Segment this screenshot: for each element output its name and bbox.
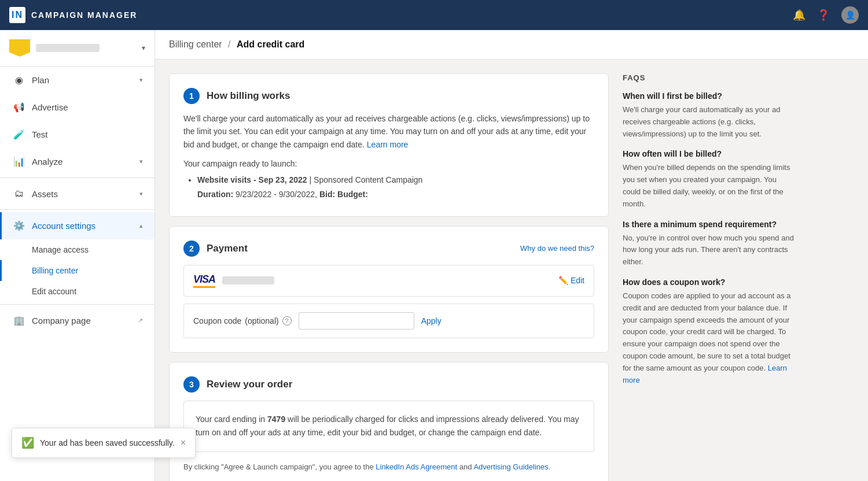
card-row: VISA ✏️ Edit xyxy=(183,265,594,297)
sidebar-item-label: Analyze xyxy=(32,157,62,166)
step1-title: 1 How billing works xyxy=(183,88,594,104)
bid-label: Bid: xyxy=(319,190,335,199)
app-header: in CAMPAIGN MANAGER 🔔 ❓ 👤 xyxy=(0,0,868,30)
faq-answer: When you're billed depends on the spendi… xyxy=(623,162,796,210)
campaign-list: Website visits - Sep 23, 2022 | Sponsore… xyxy=(183,173,594,202)
sidebar-item-plan[interactable]: ◉ Plan ▾ xyxy=(0,66,155,94)
sidebar-item-label: Plan xyxy=(32,75,49,85)
campaign-separator: | xyxy=(310,175,314,184)
sidebar-item-advertise[interactable]: 📢 Advertise xyxy=(0,94,155,121)
edit-card-button[interactable]: ✏️ Edit xyxy=(558,276,584,285)
analyze-chevron-icon: ▾ xyxy=(139,158,143,165)
settings-chevron-icon: ▴ xyxy=(139,222,143,230)
breadcrumb-link[interactable]: Billing center xyxy=(169,39,222,49)
assets-icon: 🗂 xyxy=(13,188,25,199)
advertise-icon: 📢 xyxy=(13,102,25,113)
sidebar-item-label: Account settings xyxy=(32,221,95,231)
breadcrumb-current: Add credit card xyxy=(237,39,304,49)
card-number-masked xyxy=(222,276,274,284)
faq-panel: FAQS When will I first be billed? We'll … xyxy=(623,73,796,481)
account-chevron-icon[interactable]: ▾ xyxy=(142,44,145,52)
assets-chevron-icon: ▾ xyxy=(139,190,143,198)
faq-question: How often will I be billed? xyxy=(623,149,796,158)
avatar[interactable]: 👤 xyxy=(841,6,859,24)
help-icon[interactable]: ❓ xyxy=(817,9,830,21)
company-icon: 🏢 xyxy=(13,315,25,326)
sidebar-item-test[interactable]: 🧪 Test xyxy=(0,121,155,148)
coupon-row: Coupon code (optional) ? Apply xyxy=(183,304,594,338)
campaign-ready-label: Your campaign ready to launch: xyxy=(183,159,594,168)
main-content: Billing center / Add credit card 1 How b… xyxy=(155,30,868,481)
sidebar-item-billing-center[interactable]: Billing center xyxy=(0,260,155,281)
breadcrumb: Billing center / Add credit card xyxy=(155,30,868,60)
account-name xyxy=(36,44,100,52)
toast-close-button[interactable]: × xyxy=(181,438,186,448)
step2-badge: 2 xyxy=(183,240,200,257)
app-name: CAMPAIGN MANAGER xyxy=(31,10,137,20)
account-settings-submenu: Manage access Billing center Edit accoun… xyxy=(0,239,155,302)
faq-answer: No, you're in control over how much you … xyxy=(623,232,796,268)
why-link[interactable]: Why do we need this? xyxy=(520,244,594,253)
faq-answer: We'll charge your card automatically as … xyxy=(623,104,796,140)
sidebar-item-label: Test xyxy=(32,130,48,139)
linkedin-icon: in xyxy=(9,7,25,23)
sidebar-item-company-page[interactable]: 🏢 Company page ↗ xyxy=(0,307,155,334)
toast-notification: ✅ Your ad has been saved successfully. × xyxy=(12,428,196,458)
faq-question: Is there a minimum spend requirement? xyxy=(623,220,796,229)
coupon-label: Coupon code (optional) ? xyxy=(193,316,292,325)
toast-success-icon: ✅ xyxy=(21,436,34,449)
list-item: Website visits - Sep 23, 2022 | Sponsore… xyxy=(197,173,594,202)
duration-value: 9/23/2022 - 9/30/2022, xyxy=(236,190,317,199)
step2-title: 2 Payment xyxy=(183,240,248,257)
step1-badge: 1 xyxy=(183,88,200,104)
sidebar: ▾ ◉ Plan ▾ 📢 Advertise 🧪 Test 📊 Analyze … xyxy=(0,30,155,481)
settings-icon: ⚙️ xyxy=(13,220,25,231)
payment-section: 2 Payment Why do we need this? VISA ✏️ E… xyxy=(169,226,609,353)
step3-badge: 3 xyxy=(183,376,200,393)
billing-description: We'll charge your card automatically as … xyxy=(183,112,594,151)
faq-question: How does a coupon work? xyxy=(623,278,796,287)
sidebar-item-account-settings[interactable]: ⚙️ Account settings ▴ xyxy=(0,212,155,239)
account-flag-icon xyxy=(9,39,30,57)
toast-message: Your ad has been saved successfully. xyxy=(40,438,175,447)
sidebar-item-label: Company page xyxy=(32,316,91,325)
visa-logo: VISA xyxy=(193,273,215,288)
sidebar-item-label: Assets xyxy=(32,189,58,199)
coupon-input[interactable] xyxy=(299,312,414,330)
review-box: Your card ending in 7479 will be periodi… xyxy=(183,401,594,453)
apply-coupon-button[interactable]: Apply xyxy=(421,316,442,325)
main-panel: 1 How billing works We'll charge your ca… xyxy=(169,73,609,481)
faq-item-1: How often will I be billed? When you're … xyxy=(623,149,796,210)
campaign-name: Website visits - Sep 23, 2022 xyxy=(197,175,307,184)
legal-text: By clicking "Agree & Launch campaign", y… xyxy=(183,461,594,473)
sidebar-item-assets[interactable]: 🗂 Assets ▾ xyxy=(0,180,155,207)
external-link-icon: ↗ xyxy=(138,317,143,324)
ads-agreement-link[interactable]: LinkedIn Ads Agreement xyxy=(376,462,457,471)
faq-title: FAQS xyxy=(623,73,796,82)
faq-answer: Coupon codes are applied to your ad acco… xyxy=(623,290,796,386)
faq-item-0: When will I first be billed? We'll charg… xyxy=(623,91,796,140)
payment-header: 2 Payment Why do we need this? xyxy=(183,240,594,257)
sidebar-item-analyze[interactable]: 📊 Analyze ▾ xyxy=(0,148,155,175)
plan-icon: ◉ xyxy=(13,75,25,86)
faq-item-3: How does a coupon work? Coupon codes are… xyxy=(623,278,796,386)
breadcrumb-separator: / xyxy=(228,39,230,49)
advertising-guidelines-link[interactable]: Advertising Guidelines xyxy=(473,462,548,471)
billing-how-it-works-section: 1 How billing works We'll charge your ca… xyxy=(169,73,609,217)
coupon-help-icon[interactable]: ? xyxy=(282,316,292,325)
notifications-icon[interactable]: 🔔 xyxy=(793,9,806,21)
review-order-section: 3 Review your order Your card ending in … xyxy=(169,362,609,481)
step3-title: 3 Review your order xyxy=(183,376,594,393)
sidebar-item-manage-access[interactable]: Manage access xyxy=(0,239,155,260)
analyze-icon: 📊 xyxy=(13,156,25,167)
learn-more-link[interactable]: Learn more xyxy=(367,140,409,149)
sidebar-item-edit-account[interactable]: Edit account xyxy=(0,281,155,302)
plan-chevron-icon: ▾ xyxy=(139,76,143,84)
logo: in CAMPAIGN MANAGER xyxy=(9,7,137,23)
header-actions: 🔔 ❓ 👤 xyxy=(793,6,859,24)
campaign-type: Sponsored Content Campaign xyxy=(314,175,422,184)
faq-question: When will I first be billed? xyxy=(623,91,796,101)
account-selector[interactable]: ▾ xyxy=(0,30,155,66)
budget-label: Budget: xyxy=(337,190,368,199)
card-last4: 7479 xyxy=(267,415,285,424)
